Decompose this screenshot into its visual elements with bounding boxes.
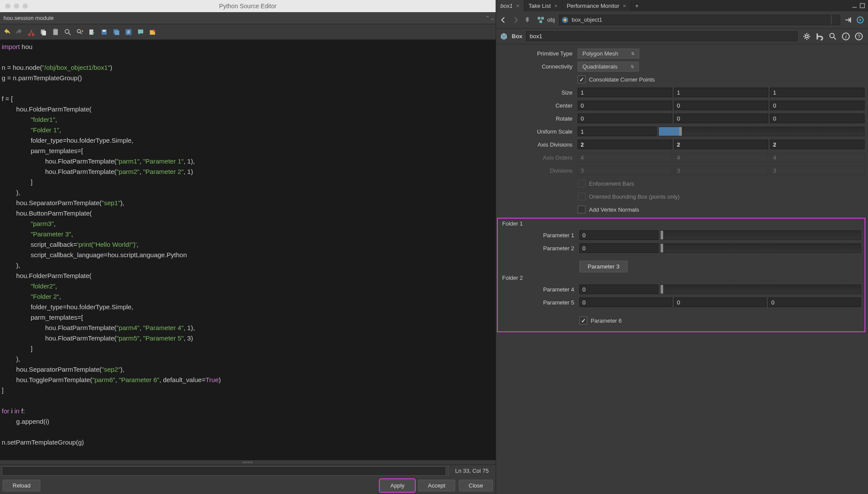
window-min-icon[interactable] [852, 3, 858, 9]
undo-icon[interactable] [2, 27, 12, 37]
svg-point-23 [859, 19, 861, 21]
code-editor[interactable]: import hou n = hou.node("/obj/box_object… [0, 40, 496, 460]
tab-close-icon[interactable]: × [623, 3, 626, 9]
paste-icon[interactable] [50, 27, 61, 37]
size-y-input[interactable] [674, 88, 769, 97]
houdini-h-icon[interactable] [814, 31, 825, 42]
obb-checkbox [578, 193, 585, 200]
pin-icon[interactable] [523, 15, 533, 25]
replace-icon[interactable] [75, 27, 85, 37]
folder2-label: Folder 2 [498, 273, 865, 283]
parameter-6-checkbox[interactable] [579, 317, 587, 324]
uniform-scale-slider[interactable] [658, 127, 865, 136]
tab-add-icon[interactable]: + [631, 0, 643, 11]
parameter-3-button[interactable]: Parameter 3 [579, 261, 628, 272]
parameter-5-z-input[interactable] [768, 298, 861, 307]
window-max-icon[interactable] [859, 3, 865, 9]
axisdiv-y-input[interactable] [674, 140, 769, 149]
cursor-position: Ln 33, Col 75 [448, 465, 496, 477]
tab-bar: box1× Take List× Performance Monitor× + [496, 0, 868, 11]
network-icon [537, 16, 545, 24]
center-z-input[interactable] [770, 101, 865, 110]
axis-divisions-label: Axis Divisions [500, 141, 578, 148]
connectivity-select[interactable]: Quadrilaterals⇅ [578, 62, 639, 72]
svg-rect-10 [102, 29, 106, 32]
traffic-close-icon[interactable] [5, 3, 10, 9]
svg-rect-16 [538, 17, 540, 20]
redo-icon[interactable] [14, 27, 24, 37]
module-name: hou.session module [3, 15, 485, 21]
tab-close-icon[interactable]: × [516, 3, 519, 9]
tab-label: Take List [529, 3, 551, 9]
path-label: obj [547, 16, 555, 23]
primitive-type-select[interactable]: Polygon Mesh⇅ [578, 49, 639, 59]
select-caret-icon: ⇅ [631, 64, 634, 69]
parameter-5-x-input[interactable] [579, 298, 672, 307]
hash-icon[interactable]: # [123, 27, 134, 37]
save-icon[interactable] [99, 27, 109, 37]
size-x-input[interactable] [578, 88, 672, 97]
search-icon[interactable] [62, 27, 73, 37]
path-dropdown-icon[interactable] [831, 15, 840, 25]
close-button[interactable]: Close [459, 480, 493, 491]
divisions-label: Divisions [500, 167, 578, 174]
rotate-y-input[interactable] [674, 114, 769, 123]
tab-close-icon[interactable]: × [554, 3, 558, 9]
cut-icon[interactable] [26, 27, 36, 37]
accept-button[interactable]: Accept [418, 480, 455, 491]
consolidate-checkbox[interactable] [578, 75, 585, 83]
parameter-2-slider[interactable] [660, 243, 861, 253]
help-icon[interactable]: ? [853, 31, 865, 42]
target-icon[interactable] [855, 15, 865, 25]
module-selector[interactable]: hou.session module ⌃⌄ [0, 12, 496, 24]
highlighted-custom-params: Folder 1 Parameter 1 Parameter 2 Paramet… [497, 218, 865, 332]
nav-forward-icon[interactable] [511, 15, 520, 25]
path-seg-obj[interactable]: obj [535, 15, 556, 25]
uniform-scale-input[interactable] [578, 127, 657, 136]
edit-external-icon[interactable] [148, 27, 158, 37]
select-value: Polygon Mesh [582, 50, 618, 57]
size-z-input[interactable] [770, 88, 865, 97]
node-name-input[interactable] [526, 31, 798, 41]
add-vertex-normals-checkbox[interactable] [578, 206, 585, 213]
saveall-icon[interactable] [111, 27, 122, 37]
nav-back-icon[interactable] [499, 15, 508, 25]
reload-button[interactable]: Reload [3, 480, 40, 491]
path-bar: obj box_object1 [496, 11, 868, 29]
parameter-1-slider[interactable] [660, 230, 861, 240]
copy-icon[interactable] [38, 27, 49, 37]
gear-icon[interactable] [801, 31, 812, 42]
info-icon[interactable]: i [840, 31, 852, 42]
comment-icon[interactable] [135, 27, 146, 37]
obb-label: Oriented Bounding Box (points only) [589, 193, 680, 200]
traffic-min-icon[interactable] [14, 3, 19, 9]
path-node-box[interactable]: box_object1 [559, 15, 840, 25]
tab-performance-monitor[interactable]: Performance Monitor× [562, 0, 631, 11]
add-vertex-normals-label: Add Vertex Normals [589, 206, 639, 213]
parameter-5-y-input[interactable] [674, 298, 767, 307]
parameter-2-input[interactable] [579, 243, 658, 253]
search-param-icon[interactable] [827, 31, 838, 42]
rotate-z-input[interactable] [770, 114, 865, 123]
traffic-max-icon[interactable] [23, 3, 28, 9]
tab-take-list[interactable]: Take List× [524, 0, 562, 11]
primitive-type-label: Primitive Type [500, 50, 578, 57]
center-y-input[interactable] [674, 101, 769, 110]
axisdiv-z-input[interactable] [770, 140, 865, 149]
jump-icon[interactable] [843, 15, 853, 25]
parameter-4-slider[interactable] [660, 285, 861, 294]
status-input[interactable] [2, 466, 446, 476]
rotate-x-input[interactable] [578, 114, 672, 123]
parameter-4-input[interactable] [579, 285, 658, 294]
center-x-input[interactable] [578, 101, 672, 110]
connectivity-label: Connectivity [500, 63, 578, 70]
apply-button[interactable]: Apply [380, 480, 414, 491]
tab-box1[interactable]: box1× [496, 0, 524, 11]
uniform-scale-label: Uniform Scale [500, 128, 578, 135]
resize-grip[interactable] [0, 460, 496, 465]
parameter-1-input[interactable] [579, 230, 658, 240]
consolidate-label: Consolidate Corner Points [589, 76, 655, 83]
svg-rect-14 [852, 7, 857, 8]
goto-icon[interactable] [87, 27, 97, 37]
axisdiv-x-input[interactable] [578, 140, 672, 149]
